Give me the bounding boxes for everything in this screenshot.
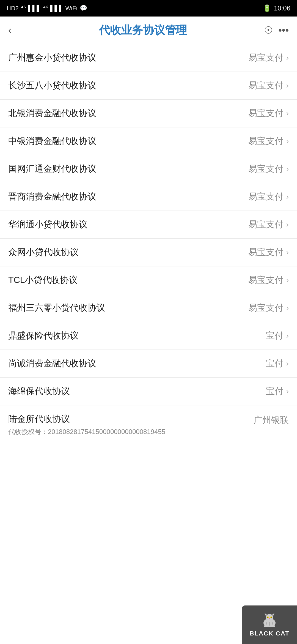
payment-label: 易宝支付 <box>248 80 284 92</box>
list-item-right: 宝付 › <box>266 330 289 342</box>
list-item[interactable]: 华润通小贷代收协议 易宝支付 › <box>0 211 297 239</box>
chevron-right-icon: › <box>286 137 289 146</box>
chevron-right-icon: › <box>286 331 289 340</box>
list-item-right: 易宝支付 › <box>248 80 289 92</box>
chevron-right-icon: › <box>286 359 289 368</box>
payment-label: 易宝支付 <box>248 274 284 286</box>
payment-label: 广州银联 <box>254 414 289 426</box>
list-item-title: 长沙五八小贷代收协议 <box>8 80 96 92</box>
list-item-title: 中银消费金融代收协议 <box>8 135 96 147</box>
list-item-right: 易宝支付 › <box>248 274 289 286</box>
svg-point-6 <box>268 617 268 618</box>
list-item[interactable]: TCL小贷代收协议 易宝支付 › <box>0 266 297 294</box>
list-item-title: TCL小贷代收协议 <box>8 274 78 286</box>
list-item-right: 广州银联 <box>254 413 289 426</box>
list-item-title: 广州惠金小贷代收协议 <box>8 52 96 64</box>
wifi-icon: WiFi <box>65 5 78 12</box>
chevron-right-icon: › <box>286 276 289 285</box>
signal-bars-2: ▌▌▌ <box>50 5 63 12</box>
status-bar-right: 🔋 10:06 <box>263 4 290 12</box>
agreement-list: 广州惠金小贷代收协议 易宝支付 › 长沙五八小贷代收协议 易宝支付 › 北银消费… <box>0 44 297 444</box>
chevron-right-icon: › <box>286 81 289 90</box>
list-item-right: 易宝支付 › <box>248 246 289 258</box>
chevron-right-icon: › <box>286 165 289 173</box>
payment-label: 宝付 <box>266 358 284 370</box>
payment-label: 易宝支付 <box>248 191 284 203</box>
payment-label: 易宝支付 <box>248 135 284 147</box>
list-item-title: 陆金所代收协议 <box>8 413 254 425</box>
chevron-right-icon: › <box>286 248 289 257</box>
list-item-multi-left: 陆金所代收协议 代收授权号：20180828175415000000000000… <box>8 413 254 436</box>
list-item-right: 宝付 › <box>266 358 289 370</box>
list-item[interactable]: 福州三六零小贷代收协议 易宝支付 › <box>0 294 297 322</box>
wechat-icon: 💬 <box>80 5 87 12</box>
list-item-right: 易宝支付 › <box>248 52 289 64</box>
status-bar: HD2 ⁴⁶ ▌▌▌ ⁴⁶ ▌▌▌ WiFi 💬 🔋 10:06 <box>0 0 297 17</box>
list-item[interactable]: 鼎盛保险代收协议 宝付 › <box>0 322 297 350</box>
list-item[interactable]: 众网小贷代收协议 易宝支付 › <box>0 239 297 266</box>
payment-label: 宝付 <box>266 330 284 342</box>
list-item[interactable]: 广州惠金小贷代收协议 易宝支付 › <box>0 44 297 72</box>
svg-point-12 <box>264 625 267 627</box>
payment-label: 易宝支付 <box>248 163 284 175</box>
svg-point-7 <box>271 617 272 618</box>
list-item-right: 宝付 › <box>266 385 289 397</box>
battery-icon: 🔋 <box>263 4 271 12</box>
help-icon[interactable]: ☉ <box>264 24 273 36</box>
brand-watermark: BLACK CAT <box>242 605 297 644</box>
payment-label: 宝付 <box>266 385 284 397</box>
signal-4g-1: ⁴⁶ <box>21 5 26 12</box>
list-item-title: 国网汇通金财代收协议 <box>8 163 96 175</box>
back-button[interactable]: ‹ <box>8 24 25 36</box>
more-icon[interactable]: ••• <box>278 24 289 36</box>
list-item-title: 众网小贷代收协议 <box>8 246 79 258</box>
list-item-title: 北银消费金融代收协议 <box>8 107 96 119</box>
list-item-title: 海绵保代收协议 <box>8 385 70 397</box>
back-icon: ‹ <box>8 24 12 36</box>
list-item-title: 福州三六零小贷代收协议 <box>8 302 105 314</box>
list-item[interactable]: 海绵保代收协议 宝付 › <box>0 378 297 405</box>
list-item[interactable]: 晋商消费金融代收协议 易宝支付 › <box>0 183 297 211</box>
list-item[interactable]: 长沙五八小贷代收协议 易宝支付 › <box>0 72 297 100</box>
signal-bars-1: ▌▌▌ <box>28 5 41 12</box>
hd-indicator: HD2 <box>7 5 19 12</box>
nav-bar: ‹ 代收业务协议管理 ☉ ••• <box>0 17 297 44</box>
list-item-right: 易宝支付 › <box>248 107 289 119</box>
chevron-right-icon: › <box>286 220 289 229</box>
list-item-title: 尚诚消费金融代收协议 <box>8 358 96 370</box>
svg-marker-3 <box>272 613 274 616</box>
list-item[interactable]: 尚诚消费金融代收协议 宝付 › <box>0 350 297 378</box>
chevron-right-icon: › <box>286 109 289 118</box>
list-item-title: 华润通小贷代收协议 <box>8 219 87 231</box>
chevron-right-icon: › <box>286 192 289 201</box>
list-item-right: 易宝支付 › <box>248 135 289 147</box>
black-cat-logo <box>258 612 280 629</box>
nav-actions: ☉ ••• <box>261 24 289 36</box>
chevron-right-icon: › <box>286 387 289 396</box>
status-bar-left: HD2 ⁴⁶ ▌▌▌ ⁴⁶ ▌▌▌ WiFi 💬 <box>7 5 87 12</box>
svg-marker-2 <box>265 613 267 616</box>
payment-label: 易宝支付 <box>248 302 284 314</box>
brand-name-text: BLACK CAT <box>250 630 290 637</box>
payment-label: 易宝支付 <box>248 219 284 231</box>
list-item-right: 易宝支付 › <box>248 302 289 314</box>
list-item[interactable]: 国网汇通金财代收协议 易宝支付 › <box>0 155 297 183</box>
payment-label: 易宝支付 <box>248 246 284 258</box>
list-item-right: 易宝支付 › <box>248 191 289 203</box>
list-item-title: 鼎盛保险代收协议 <box>8 330 79 342</box>
payment-label: 易宝支付 <box>248 52 284 64</box>
payment-label: 易宝支付 <box>248 107 284 119</box>
chevron-right-icon: › <box>286 304 289 312</box>
list-item-right: 易宝支付 › <box>248 219 289 231</box>
svg-point-8 <box>269 618 270 619</box>
signal-4g-2: ⁴⁶ <box>43 5 48 12</box>
list-item-right: 易宝支付 › <box>248 163 289 175</box>
page-title: 代收业务协议管理 <box>25 23 261 38</box>
svg-point-13 <box>272 625 275 627</box>
time-display: 10:06 <box>274 4 290 12</box>
list-item[interactable]: 中银消费金融代收协议 易宝支付 › <box>0 127 297 155</box>
list-item-subtitle: 代收授权号：20180828175415000000000000819455 <box>8 427 254 436</box>
chevron-right-icon: › <box>286 53 289 62</box>
list-item-last[interactable]: 陆金所代收协议 代收授权号：20180828175415000000000000… <box>0 405 297 444</box>
list-item[interactable]: 北银消费金融代收协议 易宝支付 › <box>0 100 297 127</box>
